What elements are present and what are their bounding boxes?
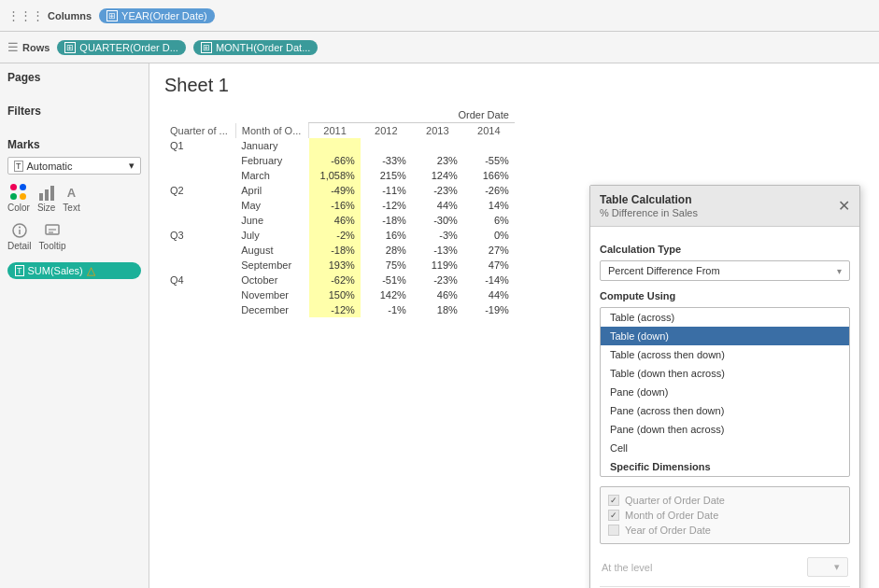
feb-2012: -33% (361, 153, 412, 168)
dim-month-item: ✓ Month of Order Date (608, 508, 842, 523)
rows-label: Rows (22, 42, 50, 53)
october-label: October (235, 273, 309, 287)
nov-2014: 44% (463, 287, 515, 302)
oct-2011: -62% (309, 273, 361, 287)
table-row: Q4 October -62% -51% -23% -14% (164, 273, 515, 287)
july-label: July (235, 228, 309, 243)
jun-2013: -30% (412, 213, 463, 228)
marks-section: Marks T Automatic ▾ (7, 138, 141, 279)
jan-2012 (361, 138, 412, 153)
month-pill[interactable]: ⊞ MONTH(Order Dat... (193, 40, 318, 55)
month-pill-icon: ⊞ (201, 42, 212, 53)
jul-2014: 0% (463, 228, 515, 243)
compute-pane-down[interactable]: Pane (down) (601, 383, 849, 401)
mar-2011: 1,058% (309, 168, 361, 183)
close-icon[interactable]: ✕ (838, 199, 850, 214)
compute-pane-across-down[interactable]: Pane (across then down) (601, 401, 849, 420)
quarter-checkbox[interactable]: ✓ (608, 495, 619, 506)
oct-2013: -23% (412, 273, 463, 287)
compute-table-across-down[interactable]: Table (across then down) (601, 345, 849, 364)
columns-label: Columns (48, 10, 92, 21)
sep-2011: 193% (309, 258, 361, 273)
compute-pane-down-across[interactable]: Pane (down then across) (601, 420, 849, 439)
year-checkbox[interactable] (608, 525, 619, 536)
aug-2014: 27% (463, 243, 515, 258)
aug-2012: 28% (361, 243, 412, 258)
marks-container: T Automatic ▾ Color (7, 157, 141, 279)
filters-title: Filters (7, 105, 141, 118)
january-label: January (235, 138, 309, 153)
q4-label: Q4 (164, 273, 235, 317)
compute-using-label: Compute Using (600, 290, 850, 301)
size-button[interactable]: Size (37, 184, 55, 213)
marks-title: Marks (7, 138, 141, 151)
june-label: June (235, 213, 309, 228)
tooltip-button[interactable]: Tooltip (39, 222, 66, 251)
month-checkbox[interactable]: ✓ (608, 510, 619, 521)
dim-year-item: Year of Order Date (608, 523, 842, 538)
apr-2013: -23% (412, 183, 463, 198)
jan-2011 (309, 138, 361, 153)
sep-2012: 75% (361, 258, 412, 273)
text-button[interactable]: A Text (63, 184, 79, 213)
calc-panel-title: Table Calculation (600, 193, 698, 206)
may-2011: -16% (309, 198, 361, 213)
svg-point-2 (19, 227, 21, 229)
aug-2011: -18% (309, 243, 361, 258)
quarter-pill[interactable]: ⊞ QUARTER(Order D... (57, 40, 186, 55)
sheet-title: Sheet 1 (164, 75, 864, 96)
apr-2011: -49% (309, 183, 361, 198)
calc-type-arrow: ▾ (837, 266, 842, 276)
jul-2013: -3% (412, 228, 463, 243)
at-level-dropdown[interactable]: ▾ (807, 557, 848, 577)
compute-table-across[interactable]: Table (across) (601, 308, 849, 327)
color-button[interactable]: Color (7, 184, 30, 213)
data-table: Order Date Quarter of ... Month of O... … (164, 107, 515, 317)
filters-section: Filters (7, 105, 141, 123)
calc-type-dropdown[interactable]: Percent Difference From ▾ (600, 260, 850, 281)
color-icon (10, 184, 27, 201)
jul-2011: -2% (309, 228, 361, 243)
at-level-row: At the level ▾ (600, 553, 850, 581)
mar-2012: 215% (361, 168, 412, 183)
rows-toolbar-item: ☰ Rows ⊞ QUARTER(Order D... ⊞ MONTH(Orde… (7, 40, 318, 55)
col-header-month (235, 107, 309, 123)
jul-2012: 16% (361, 228, 412, 243)
compute-cell[interactable]: Cell (601, 439, 849, 457)
size-icon (38, 184, 55, 201)
sum-sales-pill[interactable]: T SUM(Sales) △ (7, 262, 141, 279)
col-2012: 2012 (361, 123, 412, 139)
detail-button[interactable]: Detail (7, 222, 32, 251)
dim-quarter-item: ✓ Quarter of Order Date (608, 493, 842, 508)
col-2013: 2013 (412, 123, 463, 139)
september-label: September (235, 258, 309, 273)
warning-icon: △ (87, 264, 95, 277)
col-2014: 2014 (463, 123, 515, 139)
text-label: Text (63, 203, 79, 213)
marks-type-arrow: ▾ (129, 160, 135, 172)
february-label: February (235, 153, 309, 168)
pages-title: Pages (7, 71, 141, 84)
dec-2014: -19% (463, 302, 515, 317)
mar-2013: 124% (412, 168, 463, 183)
marks-type-select[interactable]: T Automatic ▾ (7, 157, 141, 175)
calc-type-value: Percent Difference From (608, 265, 720, 276)
marks-icons: Color Size A Text (7, 184, 141, 213)
may-label: May (235, 198, 309, 213)
calc-panel: Table Calculation % Difference in Sales … (589, 185, 860, 588)
rows-grip-icon: ☰ (7, 40, 19, 54)
compute-table-down-across[interactable]: Table (down then across) (601, 364, 849, 383)
jun-2014: 6% (463, 213, 515, 228)
marks-icons-2: Detail Tooltip (7, 222, 141, 251)
dec-2013: 18% (412, 302, 463, 317)
col-quarter-label: Quarter of ... (164, 123, 235, 139)
sum-sales-t-icon: T (15, 265, 24, 276)
compute-specific-dims[interactable]: Specific Dimensions (601, 457, 849, 476)
order-date-header: Order Date (309, 107, 515, 123)
may-2014: 14% (463, 198, 515, 213)
year-pill[interactable]: ⊞ YEAR(Order Date) (99, 8, 215, 23)
text-icon: A (64, 184, 80, 201)
tooltip-label: Tooltip (39, 241, 66, 251)
detail-icon (11, 222, 28, 239)
compute-table-down[interactable]: Table (down) (601, 327, 849, 345)
